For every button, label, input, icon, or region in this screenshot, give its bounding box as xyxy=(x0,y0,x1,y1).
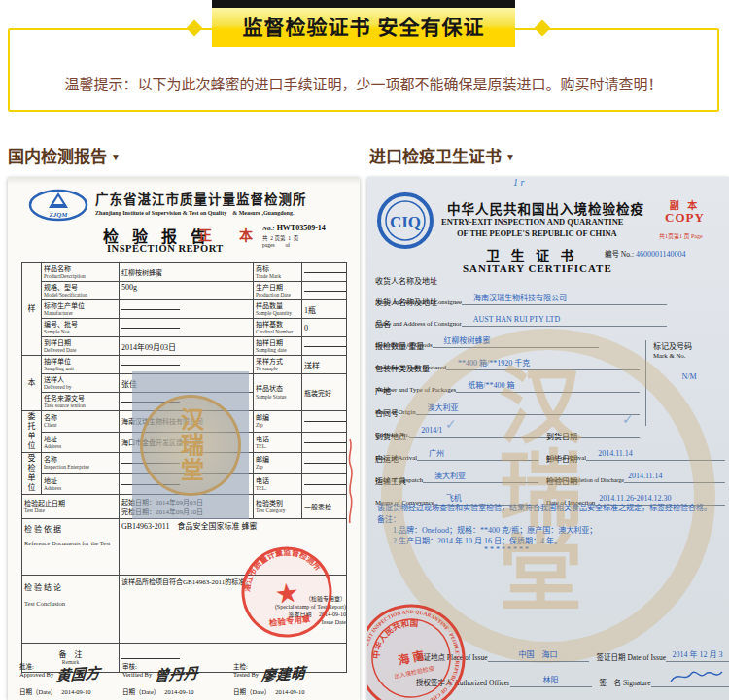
group-sample2: 本 xyxy=(22,356,42,411)
label-manufacturer: 标称生产单位Manufacturer xyxy=(42,300,120,319)
label-conclusion: 检 验 结 论Test Conclusion xyxy=(22,576,120,644)
value-sample-way: 送样 xyxy=(302,356,347,374)
blank-line xyxy=(304,346,347,347)
signature-line xyxy=(651,678,729,687)
svg-text:★: ★ xyxy=(273,578,300,610)
label-sample-status: 样品状态Sample Status xyxy=(254,374,302,411)
label-sample-way: 采样方式To sample xyxy=(254,356,302,374)
blank-line xyxy=(122,309,180,310)
value-cardinal: 0 xyxy=(302,319,347,337)
label-delivered-date: 到样日期Delivered Date xyxy=(42,337,120,356)
label-enterprise-tel: 电话TEL. xyxy=(254,473,302,495)
zjqm-logo-icon: ZJQM xyxy=(27,187,89,224)
issue-date-line: 2014 年 12 月 3 xyxy=(666,644,729,662)
label-enterprise-name: 名称Inspection Enterprise xyxy=(42,453,120,474)
label-reference: 检 验 依 据Reference Documents for the Test xyxy=(22,519,120,576)
blank-line xyxy=(304,442,347,443)
label-test-category: 检验类别Test Category xyxy=(254,495,302,519)
certificate-pages: 共1页第1 页 Page xyxy=(659,231,703,240)
value-production-date xyxy=(302,282,347,300)
officer-line: 林阳 xyxy=(510,669,592,687)
original-copy-mark: 正 本 xyxy=(198,225,260,244)
value-sample-no xyxy=(120,319,254,337)
ciq-logo-icon: CIQ xyxy=(375,191,435,251)
verifier-signature: 曾丹丹 xyxy=(154,661,198,684)
certificate-number: 编号 No.: 4600001140004 xyxy=(605,248,686,259)
value-trademark xyxy=(302,263,347,282)
approver-signature: 黄国方 xyxy=(56,661,101,684)
group-client: 委托单位 xyxy=(22,411,42,453)
label-product: 样品名称ProductDescription xyxy=(42,263,120,282)
verified-by-block: 审核:Verified By曾丹丹 日期（Date） 2014-09-10 xyxy=(122,663,233,698)
triangle-down-icon: ▼ xyxy=(111,152,121,162)
promo-banner: 监督检验证书 安全有保证 xyxy=(212,0,515,47)
issue-place-line: 中国 海口 xyxy=(488,644,589,662)
label-sampling-unit: 抽样单位Sampling unit xyxy=(42,356,120,374)
label-client-name: 名称Client xyxy=(42,411,120,433)
label-client-zip: 邮编Zip xyxy=(254,411,302,433)
blue-pen-mark: 1 r xyxy=(513,177,524,188)
blank-line xyxy=(304,272,347,273)
report-title-en: INSPECTION REPORT xyxy=(107,243,224,254)
blank-line xyxy=(304,463,347,464)
section-title-domestic-report: 国内检测报告▼ xyxy=(8,143,121,167)
blank-line xyxy=(304,484,347,485)
label-sample-no: 编号、批号Sample Nos. xyxy=(42,319,120,337)
label-enterprise-address: 地址Address xyxy=(42,473,120,495)
inspection-report-document: ZJQM 广东省湛江市质量计量监督检测所 Zhanjiang Institute… xyxy=(8,177,360,700)
label-sampling-date: 抽样日期Sampling date xyxy=(254,337,302,356)
value-quantity: 1瓶 xyxy=(302,300,347,319)
blue-check-mark: ✓ xyxy=(622,411,634,428)
label-trademark: 商标Trade Mark xyxy=(254,263,302,282)
blank-line xyxy=(304,421,347,422)
tested-by-block: 主检:Tested By廖建萌 日期（Date） 2014-09-10 xyxy=(233,663,346,698)
sanitary-certificate-document: 汉瑞堂 1 r CIQ 中华人民共和国出入境检验检疫 ENTRY-EXIT IN… xyxy=(367,177,729,700)
certificate-org-en2: OF THE PEOPLE'S REPUBLIC OF CHINA xyxy=(457,228,617,238)
blue-check-mark: ✓ xyxy=(445,416,457,433)
value-sample-status: 瓶装完好 xyxy=(302,374,347,411)
certificate-org-en1: ENTRY-EXIT INSPECTION AND QUARANTINE xyxy=(441,217,623,227)
value-manufacturer xyxy=(120,300,254,319)
triangle-down-icon: ▼ xyxy=(505,152,515,162)
copy-mark: 副 本COPY xyxy=(665,200,705,225)
seal-ring: 汉瑞堂 xyxy=(140,395,241,496)
blank-line xyxy=(122,328,180,329)
label-cardinal: 抽样基数Cardinal Number xyxy=(254,319,302,337)
label-client-tel: 电话TEL. xyxy=(254,432,302,453)
banner-black-bar xyxy=(212,0,515,8)
hanruitang-watermark-seal: 汉瑞堂 xyxy=(132,371,249,519)
label-quantity: 样品数量Sample Quantity xyxy=(254,300,302,319)
label-delivered-by: 送样人Delivered by xyxy=(42,374,120,393)
label-production-date: 生产日期Production Date xyxy=(254,282,302,300)
value-test-category: 一般委检 xyxy=(302,495,347,519)
group-sample: 样 xyxy=(22,263,42,356)
signature-row: 批准:Approved By黄国方 日期（Date） 2014-09-10 审核… xyxy=(19,663,350,698)
report-org-name-en: Zhanjiang Institute of Supervision & Tes… xyxy=(95,208,294,217)
certificate-org-name: 中华人民共和国出入境检验检疫 xyxy=(447,198,644,218)
group-inspected: 受检单位 xyxy=(22,453,42,495)
svg-text:CIQ: CIQ xyxy=(390,213,421,231)
blank-line xyxy=(122,658,180,659)
section-title-import-certificate: 进口检疫卫生证书▼ xyxy=(369,143,515,167)
value-spec: 500g xyxy=(120,282,254,300)
red-pen-mark xyxy=(342,438,358,525)
approved-by-block: 批准:Approved By黄国方 日期（Date） 2014-09-10 xyxy=(19,663,122,698)
report-pages: 共 2 页第 1 页pages of xyxy=(262,235,298,248)
officer-signature-scribble xyxy=(667,668,725,685)
value-product: 红柳桉树蜂蜜 xyxy=(120,263,254,282)
label-test-date: 检验起止日期Test Date xyxy=(22,495,120,519)
report-org-name: 广东省湛江市质量计量监督检测所 xyxy=(95,189,307,208)
red-official-stamp-icon: 湛江市质量计量监督检测所 ★ 检验专用章 xyxy=(234,540,339,645)
label-client-address: 地址Address xyxy=(42,432,120,453)
gold-watermark-text: 汉瑞堂 xyxy=(492,362,572,612)
tip-text: 温馨提示：以下为此次蜂蜜的进口手续证明，少一项都不能确保是原装进口。购买时请查明… xyxy=(10,73,717,93)
value-enterprise-tel xyxy=(302,473,347,495)
label-spec: 规格、型号Model/Specification xyxy=(42,282,120,300)
banner-title: 监督检验证书 安全有保证 xyxy=(212,8,515,47)
blank-line xyxy=(122,365,180,366)
value-enterprise-zip xyxy=(302,453,347,474)
label-enterprise-zip: 邮编Zip xyxy=(254,453,302,474)
blank-line xyxy=(304,291,347,292)
value-delivered-date: 2014年09月03日 xyxy=(120,337,254,356)
certificate-title: 卫 生 证 书 xyxy=(486,245,578,264)
